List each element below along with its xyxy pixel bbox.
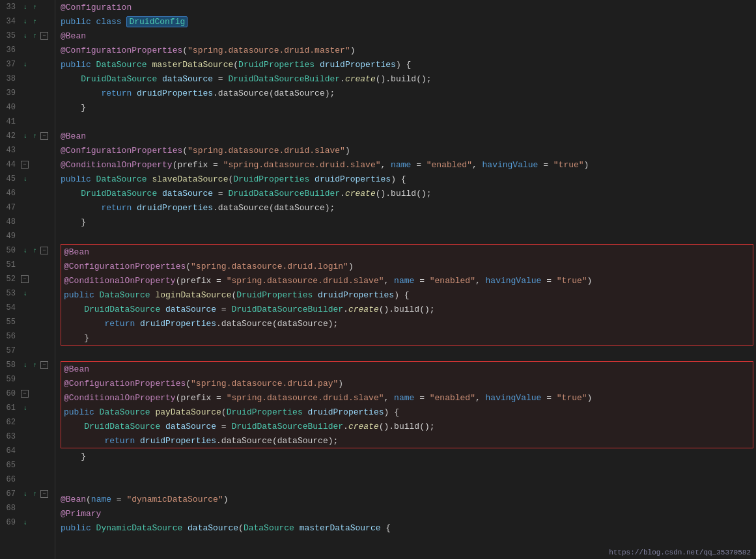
code-token: )	[338, 379, 343, 389]
code-token: "spring.datasource.druid.slave"	[188, 146, 345, 156]
code-token: (	[228, 174, 233, 184]
navigate-down-icon[interactable]: ↓	[21, 17, 30, 26]
navigate-down-icon[interactable]: ↓	[21, 361, 30, 370]
line-icons: ↓↑−	[21, 131, 55, 141]
code-token: havingValue	[486, 393, 542, 403]
code-token: "spring.datasource.druid.slave"	[227, 276, 384, 286]
line-number: 48	[0, 217, 21, 226]
line-number: 58	[0, 361, 21, 370]
code-line: public DataSource payDataSource(DruidPro…	[61, 405, 753, 419]
code-line: @ConfigurationProperties("spring.datasou…	[61, 143, 756, 157]
line-number: 39	[0, 89, 21, 98]
code-token: =	[216, 422, 231, 431]
code-token: (	[233, 60, 238, 70]
line-number: 55	[0, 318, 21, 327]
navigate-down-icon[interactable]: ↓	[21, 31, 30, 40]
code-token: ) {	[384, 407, 399, 417]
code-token: public class	[61, 17, 126, 27]
navigate-up-icon[interactable]: ↑	[31, 246, 40, 255]
navigate-down-icon[interactable]: ↓	[21, 518, 30, 527]
navigate-down-icon[interactable]: ↓	[21, 174, 30, 184]
navigate-down-icon[interactable]: ↓	[21, 289, 30, 298]
navigate-down-icon[interactable]: ↓	[21, 131, 30, 141]
code-line: DruidDataSource dataSource = DruidDataSo…	[61, 186, 756, 200]
code-token: druidProperties	[315, 174, 391, 184]
line-icons: ↓	[21, 403, 55, 413]
fold-icon[interactable]: −	[40, 361, 48, 369]
navigate-up-icon[interactable]: ↑	[31, 31, 40, 40]
navigate-up-icon[interactable]: ↑	[31, 361, 40, 370]
highlighted-block-2: @Bean @ConfigurationProperties("spring.d…	[61, 361, 753, 448]
line-number: 49	[0, 232, 21, 241]
line-icons: ↓	[21, 60, 55, 69]
code-token: return	[101, 89, 137, 98]
gutter-row: 53↓	[0, 286, 55, 301]
code-token: ().build();	[379, 305, 435, 314]
code-token: =	[541, 393, 556, 403]
line-icons: ↓↑−	[21, 361, 55, 370]
code-line: public DynamicDataSource dataSource(Data…	[61, 521, 756, 535]
code-token: (	[182, 146, 188, 156]
code-token: DruidDataSource	[61, 189, 162, 198]
code-token: =	[213, 74, 228, 84]
code-token: =	[541, 276, 556, 286]
code-token: )	[587, 276, 593, 286]
fold-icon[interactable]: −	[40, 32, 48, 40]
fold-icon[interactable]: −	[40, 132, 48, 140]
line-number: 62	[0, 418, 21, 427]
gutter-row: 59	[0, 372, 55, 387]
gutter-row: 55	[0, 315, 55, 329]
code-token	[61, 203, 101, 213]
gutter-row: 48	[0, 215, 55, 229]
navigate-up-icon[interactable]: ↑	[31, 131, 40, 141]
code-token: DruidProperties	[238, 60, 320, 70]
line-icons: ↓	[21, 518, 55, 527]
code-token: =	[411, 160, 426, 170]
fold-icon[interactable]: −	[40, 247, 48, 254]
code-token: name	[394, 393, 414, 403]
fold-icon[interactable]: −	[21, 275, 29, 283]
code-line: public DataSource slaveDataSource(DruidP…	[61, 172, 756, 186]
code-line: DruidDataSource dataSource = DruidDataSo…	[61, 419, 753, 433]
code-token: @Configuration	[61, 3, 132, 12]
code-line: }	[61, 331, 753, 345]
code-token: (	[231, 290, 236, 300]
code-token: DruidDataSource	[64, 422, 165, 431]
code-token: DruidDataSourceBuilder	[231, 422, 343, 431]
navigate-down-icon[interactable]: ↓	[21, 246, 30, 255]
code-line: @ConfigurationProperties("spring.datasou…	[61, 259, 753, 273]
fold-icon[interactable]: −	[21, 390, 29, 398]
gutter-row: 49	[0, 229, 55, 243]
bottom-url-bar: https://blog.csdn.net/qq_35370582	[604, 546, 756, 559]
navigate-down-icon[interactable]: ↓	[21, 3, 30, 12]
fold-icon[interactable]: −	[40, 490, 48, 498]
code-token: create	[348, 305, 379, 314]
line-number: 44	[0, 160, 21, 169]
navigate-up-icon[interactable]: ↑	[31, 17, 40, 26]
gutter-row: 46	[0, 186, 55, 200]
line-number: 65	[0, 461, 21, 470]
navigate-up-icon[interactable]: ↑	[31, 3, 40, 12]
code-token: .dataSource(dataSource);	[216, 319, 338, 329]
gutter-row: 66	[0, 472, 55, 487]
code-line: public class DruidConfig	[61, 14, 756, 29]
gutter-row: 60−	[0, 387, 55, 401]
code-token: DruidDataSourceBuilder	[231, 305, 343, 314]
line-icons: ↓↑−	[21, 489, 55, 498]
code-token: "true"	[557, 276, 587, 286]
navigate-down-icon[interactable]: ↓	[21, 403, 30, 413]
gutter-row: 40	[0, 100, 55, 115]
code-token: dataSource	[162, 74, 213, 84]
line-number: 60	[0, 389, 21, 398]
gutter-row: 69↓	[0, 515, 55, 530]
code-token: @ConditionalOnProperty	[64, 276, 176, 286]
navigate-down-icon[interactable]: ↓	[21, 489, 30, 498]
code-token: havingValue	[486, 276, 542, 286]
gutter-row: 33↓↑	[0, 0, 55, 14]
code-line: @Bean	[61, 362, 753, 376]
fold-icon[interactable]: −	[21, 161, 29, 169]
navigate-up-icon[interactable]: ↑	[31, 489, 40, 498]
code-token: return	[104, 319, 140, 329]
gutter-row: 34↓↑	[0, 14, 55, 29]
navigate-down-icon[interactable]: ↓	[21, 60, 30, 69]
